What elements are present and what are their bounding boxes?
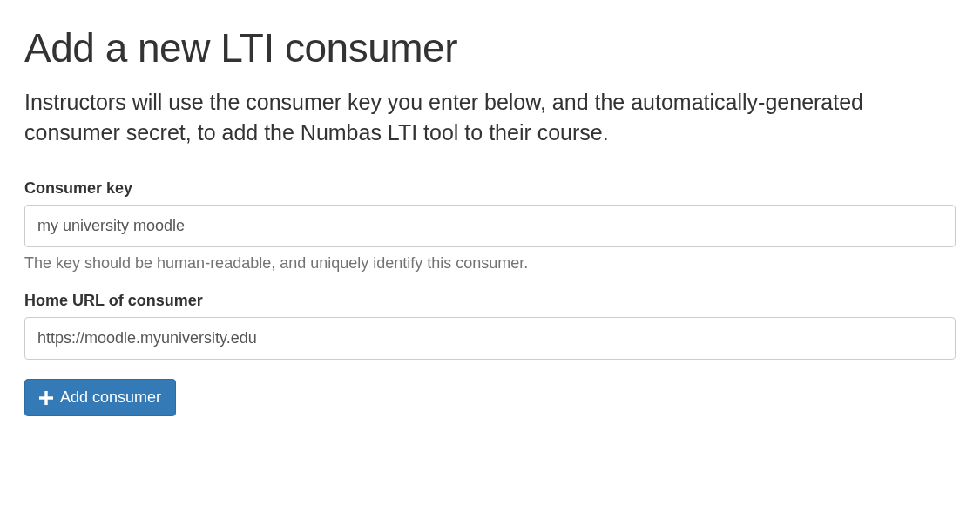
add-consumer-label: Add consumer <box>60 388 161 407</box>
page-title: Add a new LTI consumer <box>24 24 956 71</box>
consumer-key-input[interactable] <box>24 205 956 247</box>
home-url-label: Home URL of consumer <box>24 292 956 310</box>
plus-icon <box>39 391 53 405</box>
svg-rect-1 <box>39 396 53 399</box>
home-url-group: Home URL of consumer <box>24 292 956 360</box>
home-url-input[interactable] <box>24 317 956 360</box>
consumer-key-group: Consumer key The key should be human-rea… <box>24 179 956 273</box>
add-consumer-button[interactable]: Add consumer <box>24 379 176 416</box>
page-lead: Instructors will use the consumer key yo… <box>24 87 956 148</box>
consumer-key-label: Consumer key <box>24 179 956 198</box>
consumer-key-help: The key should be human-readable, and un… <box>24 254 956 273</box>
